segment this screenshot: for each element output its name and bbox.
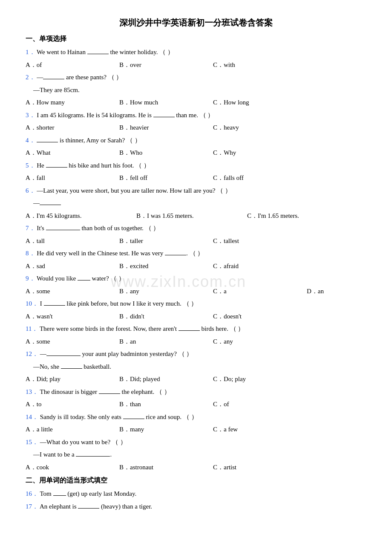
- question-9: 9． Would you like water? （ ）: [26, 273, 366, 284]
- q10-text: I like pink before, but now I like it ve…: [40, 300, 198, 307]
- q3-optA: A．shorter: [26, 122, 119, 133]
- q5-optA: A．fall: [26, 173, 119, 184]
- q14-optA: A．a little: [26, 424, 119, 435]
- q11-num: 11．: [26, 325, 38, 332]
- q5-options: A．fall B．fell off C．falls off: [26, 173, 366, 184]
- q3-num: 3．: [26, 112, 35, 119]
- q4-num: 4．: [26, 137, 35, 144]
- q15-num: 15．: [26, 439, 38, 445]
- q2-optC: C．How long: [213, 97, 307, 108]
- q7-text: It's than both of us together. （ ）: [37, 225, 159, 231]
- question-17: 17． An elephant is (heavy) than a tiger.: [26, 501, 366, 512]
- q10-optC: C．doesn't: [213, 311, 307, 322]
- q11-options: A．some B．an C．any: [26, 336, 366, 347]
- question-10: 10． I like pink before, but now I like i…: [26, 298, 366, 309]
- q15-options: A．cook B．astronaut C．artist: [26, 462, 366, 473]
- q4-options: A．What B．Who C．Why: [26, 147, 366, 159]
- q2-text: — are these pants? （ ）: [37, 74, 122, 81]
- question-6: 6． —Last year, you were short, but you a…: [26, 185, 366, 197]
- q5-optB: B．fell off: [119, 173, 213, 184]
- q13-options: A．to B．than C．of: [26, 399, 366, 410]
- q7-num: 7．: [26, 225, 35, 231]
- q1-num: 1．: [26, 49, 35, 55]
- q1-options: A．of B．over C．with: [26, 60, 366, 71]
- q14-text: Sandy is ill today. She only eats rice a…: [40, 413, 198, 420]
- q9-options: A．some B．any C．a D．an: [26, 286, 366, 297]
- q10-optB: B．didn't: [119, 311, 213, 322]
- q4-text: is thinner, Amy or Sarah? （ ）: [37, 137, 141, 144]
- q12-text: — your aunt play badminton yesterday? （ …: [40, 350, 193, 357]
- question-12: 12． — your aunt play badminton yesterday…: [26, 349, 366, 360]
- q9-optC: C．a: [213, 286, 307, 297]
- q7-options: A．tall B．taller C．tallest: [26, 236, 366, 247]
- q13-optC: C．of: [213, 399, 307, 410]
- q3-options: A．shorter B．heavier C．heavy: [26, 122, 366, 133]
- q2-optB: B．How much: [119, 97, 213, 108]
- q8-text: He did very well in the Chinese test. He…: [37, 250, 204, 257]
- q11-optA: A．some: [26, 336, 119, 347]
- q6-options: A．I'm 45 kilograms. B．I was 1.65 meters.…: [26, 211, 366, 222]
- q12-num: 12．: [26, 350, 38, 357]
- question-15: 15． —What do you want to be? （ ）: [26, 437, 366, 448]
- q17-num: 17．: [26, 503, 38, 510]
- question-1: 1． We went to Hainan the winter holiday.…: [26, 47, 366, 58]
- q4-optA: A．What: [26, 147, 119, 159]
- q11-optC: C．any: [213, 336, 307, 347]
- q12-optA: A．Did; play: [26, 374, 119, 385]
- question-8: 8． He did very well in the Chinese test.…: [26, 248, 366, 259]
- question-7: 7． It's than both of us together. （ ）: [26, 223, 366, 234]
- q3-optC: C．heavy: [213, 122, 307, 133]
- q6-text: —Last year, you were short, but you are …: [37, 187, 231, 194]
- q8-optA: A．sad: [26, 261, 119, 272]
- q2-num: 2．: [26, 74, 35, 81]
- q12-options: A．Did; play B．Did; played C．Do; play: [26, 374, 366, 385]
- q2-subtext: —They are 85cm.: [33, 85, 366, 96]
- q9-optA: A．some: [26, 286, 119, 297]
- q6-subtext: —: [33, 198, 366, 209]
- q12-subtext: —No, she basketball.: [33, 361, 366, 373]
- q15-text: —What do you want to be? （ ）: [40, 439, 127, 445]
- q6-optC: C．I'm 1.65 meters.: [247, 211, 358, 222]
- q6-optB: B．I was 1.65 meters.: [136, 211, 247, 222]
- q3-optB: B．heavier: [119, 122, 213, 133]
- q9-num: 9．: [26, 275, 35, 282]
- q15-subtext: —I want to be a .: [33, 449, 366, 460]
- q14-optB: B．many: [119, 424, 213, 435]
- section2-header: 二、用单词的适当形式填空: [26, 476, 366, 485]
- q10-num: 10．: [26, 300, 38, 307]
- question-14: 14． Sandy is ill today. She only eats ri…: [26, 412, 366, 423]
- q12-optC: C．Do; play: [213, 374, 307, 385]
- q2-options: A．How many B．How much C．How long: [26, 97, 366, 108]
- q5-optC: C．falls off: [213, 173, 307, 184]
- q14-num: 14．: [26, 413, 38, 420]
- q10-optA: A．wasn't: [26, 311, 119, 322]
- q5-num: 5．: [26, 162, 35, 169]
- question-4: 4． is thinner, Amy or Sarah? （ ）: [26, 135, 366, 146]
- q10-options: A．wasn't B．didn't C．doesn't: [26, 311, 366, 322]
- question-13: 13． The dinosaur is bigger the elephant.…: [26, 387, 366, 398]
- q8-optB: B．excited: [119, 261, 213, 272]
- section1-header: 一、单项选择: [26, 35, 366, 43]
- q14-options: A．a little B．many C．a few: [26, 424, 366, 435]
- q9-text: Would you like water? （ ）: [37, 275, 125, 282]
- q8-options: A．sad B．excited C．afraid: [26, 261, 366, 272]
- q9-optD: D．an: [307, 286, 392, 297]
- q16-num: 16．: [26, 490, 38, 497]
- q7-optC: C．tallest: [213, 236, 307, 247]
- q15-optB: B．astronaut: [119, 462, 213, 473]
- q13-optA: A．to: [26, 399, 119, 410]
- q4-optB: B．Who: [119, 147, 213, 159]
- q7-optA: A．tall: [26, 236, 119, 247]
- q3-text: I am 45 kilograms. He is 54 kilograms. H…: [37, 112, 214, 119]
- q15-optA: A．cook: [26, 462, 119, 473]
- page-title: 深圳沙井中学英语新初一分班试卷含答案: [26, 17, 366, 29]
- q9-optB: B．any: [119, 286, 213, 297]
- q2-optA: A．How many: [26, 97, 119, 108]
- q5-text: He his bike and hurt his foot. （ ）: [37, 162, 150, 169]
- q1-text: We went to Hainan the winter holiday. （ …: [37, 49, 174, 55]
- q1-optB: B．over: [119, 60, 213, 71]
- question-3: 3． I am 45 kilograms. He is 54 kilograms…: [26, 110, 366, 121]
- q13-text: The dinosaur is bigger the elephant. （ ）: [40, 388, 170, 395]
- q15-optC: C．artist: [213, 462, 307, 473]
- q17-text: An elephant is (heavy) than a tiger.: [40, 503, 152, 510]
